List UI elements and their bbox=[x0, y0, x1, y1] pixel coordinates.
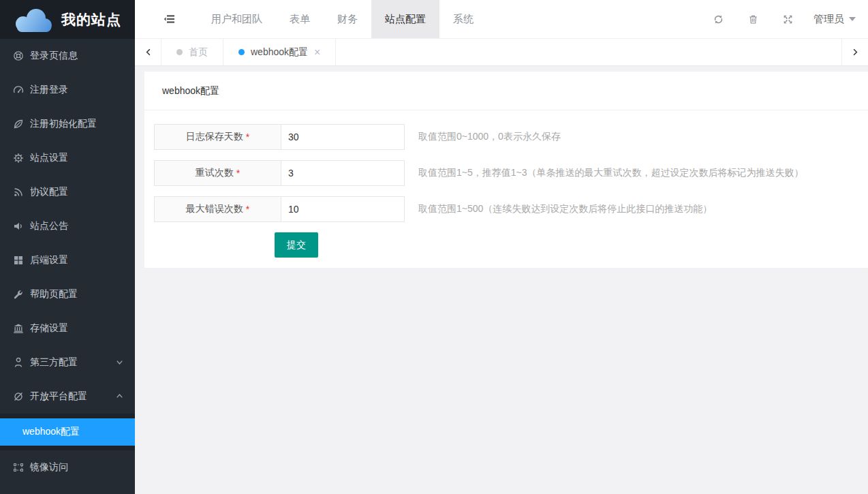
sidebar-item-register-init-config[interactable]: 注册初始化配置 bbox=[0, 107, 135, 141]
object-group-icon bbox=[13, 462, 24, 473]
leaf-icon bbox=[13, 119, 24, 129]
sidebar-item-label: 帮助页配置 bbox=[30, 288, 78, 300]
retry-count-input[interactable] bbox=[281, 160, 405, 186]
required-mark: * bbox=[246, 132, 249, 142]
admin-dropdown[interactable]: 管理员 bbox=[813, 13, 856, 26]
sidebar-item-label: 镜像访问 bbox=[30, 461, 68, 474]
submit-row: 提交 bbox=[275, 232, 868, 258]
sidebar-item-open-platform-config[interactable]: 开放平台配置 bbox=[0, 380, 135, 414]
retry-count-label: 重试次数 * bbox=[154, 160, 281, 186]
header-actions: 管理员 bbox=[701, 13, 868, 26]
sidebar-item-label: 站点设置 bbox=[30, 152, 68, 164]
form-row-retry-count: 重试次数 * 取值范围1~5，推荐值1~3（单条推送的最大重试次数，超过设定次数… bbox=[154, 160, 868, 186]
tab-webhook-config[interactable]: webhook配置 × bbox=[223, 39, 336, 65]
refresh-icon bbox=[713, 14, 724, 25]
tab-home[interactable]: 首页 bbox=[161, 39, 223, 65]
chevron-right-icon bbox=[851, 47, 860, 57]
sidebar-item-help-page-config[interactable]: 帮助页配置 bbox=[0, 277, 135, 311]
wrench-icon bbox=[13, 289, 24, 300]
sidebar-item-label: 注册初始化配置 bbox=[30, 118, 97, 130]
grid-icon bbox=[13, 255, 24, 266]
tabs-scroll-right-button[interactable] bbox=[841, 39, 868, 65]
sidebar-item-protocol-config[interactable]: 协议配置 bbox=[0, 175, 135, 209]
webhook-config-card: webhook配置 日志保存天数 * 取值范围0~1000，0表示永久保存 重试… bbox=[144, 72, 868, 268]
sidebar-item-label: 登录页信息 bbox=[30, 50, 78, 62]
sidebar-item-mirror-access[interactable]: 镜像访问 bbox=[0, 450, 135, 484]
sidebar-submenu: webhook配置 bbox=[0, 414, 135, 450]
sidebar-item-backend-settings[interactable]: 后端设置 bbox=[0, 243, 135, 277]
form-row-max-errors: 最大错误次数 * 取值范围1~500（连续失败达到设定次数后将停止此接口的推送功… bbox=[154, 196, 868, 222]
admin-label: 管理员 bbox=[813, 13, 844, 26]
form-row-log-retention: 日志保存天数 * 取值范围0~1000，0表示永久保存 bbox=[154, 124, 868, 150]
sidebar-item-storage-settings[interactable]: 存储设置 bbox=[0, 311, 135, 345]
card-title: webhook配置 bbox=[144, 72, 868, 110]
chevron-up-icon bbox=[114, 391, 125, 401]
log-retention-label: 日志保存天数 * bbox=[154, 124, 281, 150]
field-label-text: 最大错误次数 bbox=[186, 203, 243, 215]
nav-item-system[interactable]: 系统 bbox=[439, 0, 487, 38]
tab-bar: 首页 webhook配置 × bbox=[135, 39, 868, 66]
log-retention-input[interactable] bbox=[281, 124, 405, 150]
header: 用户和团队 表单 财务 站点配置 系统 bbox=[135, 0, 868, 39]
required-mark: * bbox=[246, 204, 249, 215]
nav-item-label: 站点配置 bbox=[385, 13, 426, 26]
sidebar-item-label: webhook配置 bbox=[22, 426, 80, 438]
tab-close-icon[interactable]: × bbox=[314, 47, 320, 58]
fullscreen-icon bbox=[783, 14, 793, 25]
nav-item-finance[interactable]: 财务 bbox=[324, 0, 371, 38]
sidebar-item-label: 协议配置 bbox=[30, 186, 68, 198]
content-area: webhook配置 日志保存天数 * 取值范围0~1000，0表示永久保存 重试… bbox=[135, 66, 868, 494]
sidebar-item-site-announcement[interactable]: 站点公告 bbox=[0, 209, 135, 243]
nav-item-label: 表单 bbox=[290, 13, 310, 26]
nav-item-users-teams[interactable]: 用户和团队 bbox=[198, 0, 276, 38]
nav-item-label: 财务 bbox=[337, 13, 358, 26]
person-icon bbox=[13, 357, 24, 368]
sidebar-item-webhook-config[interactable]: webhook配置 bbox=[0, 418, 135, 446]
nav-item-forms[interactable]: 表单 bbox=[276, 0, 324, 38]
sidebar-item-label: 第三方配置 bbox=[30, 356, 78, 369]
sidebar-collapse-button[interactable] bbox=[164, 14, 176, 25]
fullscreen-button[interactable] bbox=[771, 14, 805, 25]
max-errors-label: 最大错误次数 * bbox=[154, 196, 281, 222]
gauge-icon bbox=[13, 84, 24, 95]
sidebar-item-label: 注册登录 bbox=[30, 84, 68, 96]
max-errors-hint: 取值范围1~500（连续失败达到设定次数后将停止此接口的推送功能） bbox=[418, 203, 712, 215]
nav-item-label: 系统 bbox=[453, 13, 474, 26]
sidebar-item-label: 存储设置 bbox=[30, 322, 68, 335]
speaker-icon bbox=[13, 221, 24, 232]
clear-cache-button[interactable] bbox=[736, 14, 771, 25]
sidebar-item-third-party-config[interactable]: 第三方配置 bbox=[0, 345, 135, 380]
max-errors-input[interactable] bbox=[281, 196, 405, 222]
refresh-button[interactable] bbox=[701, 14, 736, 25]
submit-button[interactable]: 提交 bbox=[275, 232, 318, 258]
required-mark: * bbox=[236, 168, 240, 179]
logo: 我的站点 bbox=[0, 0, 135, 39]
sidebar-item-label: 开放平台配置 bbox=[30, 390, 87, 403]
log-retention-hint: 取值范围0~1000，0表示永久保存 bbox=[418, 131, 561, 143]
caret-down-icon bbox=[849, 17, 856, 21]
sidebar: 我的站点 登录页信息 注册登录 注册初始化配置 站点设置 bbox=[0, 0, 135, 494]
field-label-text: 日志保存天数 bbox=[186, 131, 243, 143]
field-label-text: 重试次数 bbox=[196, 167, 234, 179]
tab-status-dot bbox=[238, 49, 245, 55]
nav-item-site-config[interactable]: 站点配置 bbox=[371, 0, 439, 38]
tab-status-dot bbox=[176, 49, 183, 55]
bank-icon bbox=[13, 323, 24, 334]
webhook-config-form: 日志保存天数 * 取值范围0~1000，0表示永久保存 重试次数 * 取值范围1… bbox=[144, 110, 868, 258]
cloud-logo-icon bbox=[11, 6, 55, 33]
chevron-down-icon bbox=[114, 357, 125, 367]
slash-circle-icon bbox=[13, 391, 24, 402]
rss-icon bbox=[13, 187, 24, 198]
gear-icon bbox=[13, 153, 24, 164]
sidebar-item-label: 后端设置 bbox=[30, 254, 68, 266]
sidebar-item-label: 站点公告 bbox=[30, 220, 68, 232]
app-root: 我的站点 登录页信息 注册登录 注册初始化配置 站点设置 bbox=[0, 0, 868, 494]
site-title: 我的站点 bbox=[61, 10, 121, 29]
top-nav: 用户和团队 表单 财务 站点配置 系统 bbox=[198, 0, 487, 38]
sidebar-item-site-settings[interactable]: 站点设置 bbox=[0, 141, 135, 175]
tabs-scroll-left-button[interactable] bbox=[135, 39, 161, 65]
sidebar-item-register-login[interactable]: 注册登录 bbox=[0, 73, 135, 107]
nav-item-label: 用户和团队 bbox=[211, 13, 262, 26]
sidebar-item-login-page-info[interactable]: 登录页信息 bbox=[0, 39, 135, 73]
life-ring-icon bbox=[13, 50, 24, 61]
